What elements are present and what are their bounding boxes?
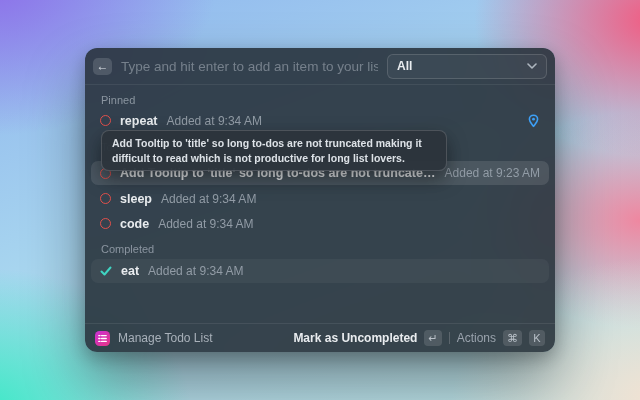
return-key-icon: ↵ [424,330,441,346]
item-added-time: Added at 9:34 AM [161,192,256,206]
section-label-completed: Completed [91,243,549,256]
desktop-background: ← All Pinned repeat Added at 9:34 AM [0,0,640,400]
section-label-pinned: Pinned [91,94,549,107]
actions-button[interactable]: Actions ⌘ K [457,330,545,346]
mark-as-uncompleted-button[interactable]: Mark as Uncompleted [293,331,417,345]
back-button[interactable]: ← [93,58,112,75]
app-name-label: Manage Todo List [118,331,213,345]
todo-circle-icon[interactable] [100,193,111,204]
todo-circle-icon[interactable] [100,115,111,126]
title-tooltip: Add Tooltip to 'title' so long to-dos ar… [101,130,447,171]
item-added-time: Added at 9:34 AM [148,264,243,278]
checkmark-icon[interactable] [100,265,112,277]
item-added-time: Added at 9:34 AM [167,114,262,128]
pin-icon [527,114,540,128]
todo-circle-icon[interactable] [100,218,111,229]
raycast-window: ← All Pinned repeat Added at 9:34 AM [85,48,555,352]
search-input[interactable] [121,59,378,74]
manage-todo-list-app-icon [95,331,110,346]
footer-shortcuts: Mark as Uncompleted ↵ Actions ⌘ K [293,330,545,346]
list-item-repeat[interactable]: repeat Added at 9:34 AM [91,109,549,132]
list-item-sleep[interactable]: sleep Added at 9:34 AM [91,187,549,210]
list-item-eat[interactable]: eat Added at 9:34 AM [91,259,549,283]
todo-list: Pinned repeat Added at 9:34 AM Todo Add … [85,85,555,323]
filter-dropdown[interactable]: All [387,54,547,79]
k-key-icon: K [529,330,545,346]
item-title: eat [121,264,139,278]
actions-label: Actions [457,331,496,345]
back-icon: ← [97,60,109,72]
search-header: ← All [85,48,555,85]
item-title: repeat [120,114,158,128]
command-key-icon: ⌘ [503,330,522,346]
list-glyph-icon [98,334,107,343]
item-title: code [120,217,149,231]
chevron-down-icon [527,63,537,69]
footer-separator [449,332,450,344]
item-added-time: Added at 9:34 AM [158,217,253,231]
list-item-code[interactable]: code Added at 9:34 AM [91,212,549,235]
item-added-time: Added at 9:23 AM [445,166,540,180]
item-title: sleep [120,192,152,206]
filter-dropdown-value: All [397,59,412,73]
action-bar: Manage Todo List Mark as Uncompleted ↵ A… [85,323,555,352]
